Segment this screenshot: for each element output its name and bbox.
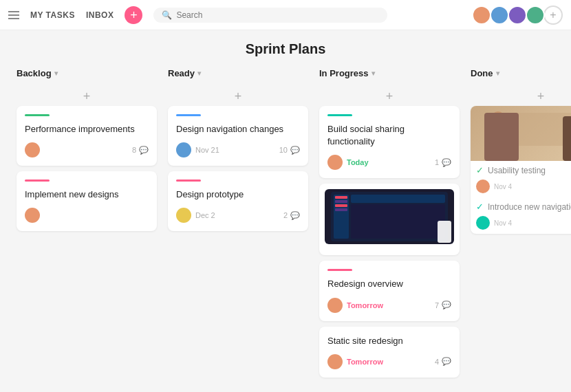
card-design-prototype: Design prototype Dec 2 2 💬 bbox=[168, 171, 308, 231]
check-icon: ✓ bbox=[476, 165, 484, 175]
card-date: Nov 21 bbox=[195, 146, 219, 154]
card-implement-new-designs: Implement new designs bbox=[17, 171, 157, 231]
top-nav: MY TASKS INBOX + 🔍 + bbox=[0, 0, 571, 30]
add-card-done[interactable]: + bbox=[471, 87, 571, 106]
column-backlog: Backlog ▾ + Performance improvements 8 💬… bbox=[11, 65, 162, 391]
card-bar-green bbox=[25, 114, 50, 116]
column-title-ready: Ready bbox=[168, 68, 195, 78]
avatar-1[interactable] bbox=[472, 6, 491, 25]
chevron-down-icon[interactable]: ▾ bbox=[496, 69, 499, 77]
comment-icon: 💬 bbox=[442, 158, 451, 167]
avatar-3[interactable] bbox=[508, 6, 527, 25]
comment-count: 1 bbox=[435, 158, 439, 166]
person-body-1 bbox=[484, 113, 519, 161]
done-task-sub-navigation: Nov 4 bbox=[471, 216, 571, 234]
avatar bbox=[176, 208, 191, 223]
avatar bbox=[327, 155, 343, 170]
card-title: Design prototype bbox=[176, 188, 300, 201]
nav-links: MY TASKS INBOX bbox=[30, 10, 114, 20]
column-title-done: Done bbox=[471, 68, 493, 78]
sidebar-item-3 bbox=[335, 204, 347, 207]
card-footer: 8 💬 bbox=[25, 142, 149, 157]
avatar bbox=[476, 216, 490, 230]
task-date: Nov 4 bbox=[494, 183, 512, 190]
phone-overlay bbox=[438, 221, 451, 243]
screenshot-content bbox=[351, 204, 444, 239]
comment-icon: 💬 bbox=[442, 301, 451, 309]
search-bar: 🔍 bbox=[153, 8, 387, 23]
hamburger-menu[interactable] bbox=[8, 11, 19, 19]
card-build-social: Build social sharing functionality Today… bbox=[319, 106, 460, 178]
person-body-2 bbox=[563, 116, 571, 161]
comment-count: 4 bbox=[435, 358, 439, 366]
column-in-progress: In Progress ▾ + Build social sharing fun… bbox=[314, 65, 465, 391]
card-bar-pink bbox=[327, 269, 352, 271]
avatar-4[interactable] bbox=[526, 6, 545, 25]
avatar-group: + bbox=[476, 6, 563, 25]
card-bar-pink bbox=[176, 179, 201, 182]
add-project-button[interactable]: + bbox=[125, 6, 142, 24]
card-footer: Today 1 💬 bbox=[327, 155, 451, 170]
card-footer: Dec 2 2 💬 bbox=[176, 208, 300, 223]
search-icon: 🔍 bbox=[162, 10, 172, 20]
screenshot-top-bar bbox=[351, 195, 444, 203]
column-done: Done ▾ + ✓ Usability testing Nov 4 bbox=[465, 65, 571, 391]
card-bar-blue bbox=[176, 114, 201, 116]
card-bar-teal bbox=[327, 114, 352, 116]
page-title: Sprint Plans bbox=[0, 30, 571, 65]
sidebar-item-4 bbox=[335, 208, 347, 211]
card-performance-improvements: Performance improvements 8 💬 bbox=[17, 106, 157, 166]
avatar bbox=[327, 298, 343, 313]
add-member-button[interactable]: + bbox=[543, 6, 563, 25]
column-header-backlog: Backlog ▾ bbox=[17, 65, 157, 81]
chevron-down-icon[interactable]: ▾ bbox=[54, 69, 58, 77]
screenshot-inner bbox=[331, 192, 447, 241]
card-footer: Nov 21 10 💬 bbox=[176, 142, 300, 157]
done-task-navigation: ✓ Introduce new navigation bbox=[471, 197, 571, 216]
card-title: Design navigation changes bbox=[176, 123, 300, 135]
avatar bbox=[476, 179, 490, 193]
card-title: Implement new designs bbox=[25, 188, 149, 201]
column-title-in-progress: In Progress bbox=[319, 68, 369, 78]
task-title: Introduce new navigation bbox=[488, 202, 571, 212]
card-photo: ✓ Usability testing Nov 4 ✓ Introduce ne… bbox=[471, 106, 571, 234]
done-task-usability: ✓ Usability testing bbox=[471, 161, 571, 179]
comment-count: 10 bbox=[279, 146, 288, 154]
search-input[interactable] bbox=[176, 10, 379, 20]
sidebar-item-2 bbox=[335, 200, 347, 203]
card-title: Build social sharing functionality bbox=[327, 123, 451, 148]
board: Backlog ▾ + Performance improvements 8 💬… bbox=[0, 65, 571, 391]
sidebar-item-1 bbox=[335, 196, 347, 199]
add-card-in-progress[interactable]: + bbox=[319, 87, 460, 106]
column-ready: Ready ▾ + Design navigation changes Nov … bbox=[162, 65, 314, 391]
card-image-preview bbox=[319, 184, 460, 255]
card-meta: 4 💬 bbox=[435, 357, 451, 366]
card-date: Tomorrow bbox=[347, 301, 383, 309]
card-date: Dec 2 bbox=[195, 211, 215, 219]
task-date: Nov 4 bbox=[494, 219, 512, 227]
card-date: Today bbox=[347, 158, 369, 166]
check-teal-icon: ✓ bbox=[476, 202, 484, 212]
card-meta: 7 💬 bbox=[435, 301, 451, 309]
avatar bbox=[25, 142, 40, 157]
add-card-ready[interactable]: + bbox=[168, 87, 308, 106]
chevron-down-icon[interactable]: ▾ bbox=[371, 69, 375, 77]
chevron-down-icon[interactable]: ▾ bbox=[197, 69, 201, 77]
card-footer bbox=[25, 208, 149, 223]
avatar bbox=[176, 142, 191, 157]
avatar bbox=[327, 354, 343, 369]
card-date: Tomorrow bbox=[347, 358, 383, 366]
column-header-ready: Ready ▾ bbox=[168, 65, 308, 81]
comment-icon: 💬 bbox=[139, 146, 149, 155]
comment-icon: 💬 bbox=[442, 357, 451, 366]
card-redesign-overview: Redesign overview Tomorrow 7 💬 bbox=[319, 261, 460, 320]
nav-my-tasks[interactable]: MY TASKS bbox=[30, 10, 75, 20]
comment-count: 8 bbox=[132, 146, 136, 154]
nav-inbox[interactable]: INBOX bbox=[86, 10, 114, 20]
card-bar-pink bbox=[25, 179, 50, 182]
avatar-2[interactable] bbox=[490, 6, 509, 25]
add-card-backlog[interactable]: + bbox=[17, 87, 157, 106]
card-title: Performance improvements bbox=[25, 123, 149, 135]
column-header-done: Done ▾ bbox=[471, 65, 571, 81]
card-title: Static site redesign bbox=[327, 335, 451, 347]
